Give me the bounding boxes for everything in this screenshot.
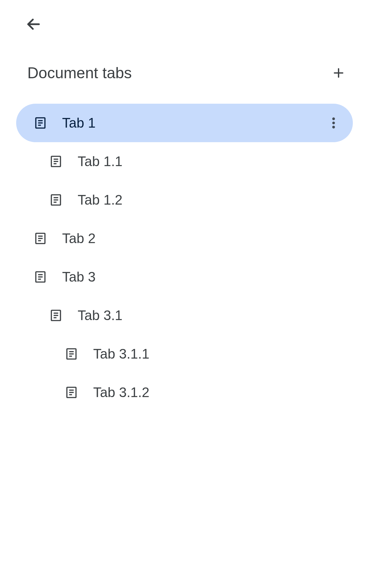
plus-icon <box>332 67 345 79</box>
tab-label: Tab 3.1.1 <box>93 346 149 362</box>
tab-label: Tab 1 <box>62 115 96 131</box>
tab-item-tab-2[interactable]: Tab 2 <box>16 219 353 258</box>
tab-label: Tab 3.1 <box>78 308 122 323</box>
tab-item-tab-1-2[interactable]: Tab 1.2 <box>16 181 353 219</box>
tab-label: Tab 1.1 <box>78 154 122 169</box>
document-icon <box>34 232 47 245</box>
add-tab-button[interactable] <box>330 64 347 82</box>
tab-label: Tab 3 <box>62 269 96 285</box>
document-icon <box>49 155 63 168</box>
tabs-list: Tab 1 Tab 1.1 <box>0 104 369 412</box>
tab-item-tab-3[interactable]: Tab 3 <box>16 258 353 296</box>
document-icon <box>49 193 63 207</box>
document-icon <box>34 116 47 130</box>
document-icon <box>65 386 78 399</box>
tab-label: Tab 3.1.2 <box>93 385 149 400</box>
tab-item-tab-3-1[interactable]: Tab 3.1 <box>16 296 353 335</box>
svg-point-7 <box>332 117 335 120</box>
document-icon <box>49 309 63 322</box>
tab-more-button[interactable] <box>327 116 340 130</box>
tab-item-tab-1-1[interactable]: Tab 1.1 <box>16 142 353 181</box>
tab-item-tab-3-1-2[interactable]: Tab 3.1.2 <box>16 373 353 412</box>
svg-point-8 <box>332 122 335 124</box>
tab-item-tab-3-1-1[interactable]: Tab 3.1.1 <box>16 335 353 373</box>
more-vertical-icon <box>332 117 335 129</box>
tab-label: Tab 1.2 <box>78 192 122 208</box>
arrow-left-icon <box>25 16 42 32</box>
document-icon <box>65 347 78 361</box>
document-tabs-header: Document tabs <box>0 64 369 82</box>
header-title: Document tabs <box>27 64 132 82</box>
back-button[interactable] <box>25 16 42 33</box>
tab-item-tab-1[interactable]: Tab 1 <box>16 104 353 142</box>
svg-point-9 <box>332 126 335 129</box>
document-icon <box>34 270 47 284</box>
tab-label: Tab 2 <box>62 231 96 246</box>
